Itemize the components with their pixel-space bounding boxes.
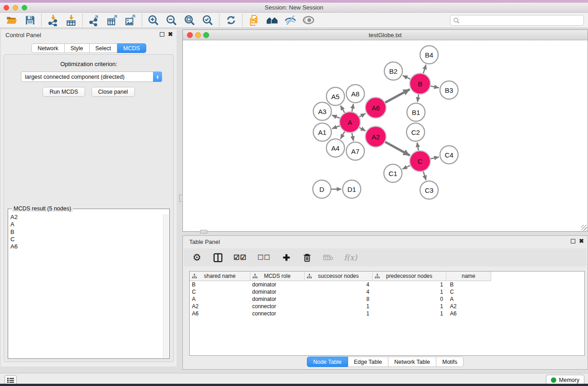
select-all-checkboxes-icon[interactable]: ☑☑ — [234, 252, 247, 263]
graph-edge-B-B2[interactable] — [403, 76, 411, 79]
add-column-icon[interactable]: ✚ — [282, 252, 292, 263]
table-cell: C — [446, 289, 491, 295]
hide-graphics-details-icon[interactable] — [281, 14, 299, 27]
column-header-mcds-role[interactable]: MCDS role — [250, 272, 305, 281]
zoom-in-icon[interactable] — [144, 14, 163, 27]
zoom-out-icon[interactable] — [163, 14, 181, 27]
graph-edge-C-C4[interactable] — [430, 157, 439, 159]
tab-network-table[interactable]: Network Table — [388, 357, 436, 367]
table-row[interactable]: Bdominator41B — [190, 281, 584, 288]
refresh-icon[interactable] — [222, 14, 240, 27]
graph-node-label: C1 — [388, 170, 397, 177]
table-row[interactable]: A6connector11A6 — [190, 310, 584, 317]
splitter-handle[interactable] — [200, 230, 207, 234]
graph-edge-C-C1[interactable] — [402, 165, 411, 169]
column-view-icon[interactable] — [213, 252, 223, 263]
export-table-icon[interactable] — [103, 14, 121, 27]
column-label: successor nodes — [318, 273, 359, 279]
import-table-icon[interactable] — [62, 14, 80, 27]
tab-style[interactable]: Style — [65, 43, 90, 53]
criterion-dropdown[interactable]: largest connected component (directed) ▲… — [21, 71, 162, 82]
graph-edge-A-A3[interactable] — [332, 115, 340, 118]
column-header-predecessor-nodes[interactable]: predecessor nodes — [373, 272, 446, 281]
graph-node-label: C — [418, 157, 423, 165]
toolbar-separator — [219, 14, 220, 27]
duplicate-network-icon[interactable] — [245, 14, 263, 27]
save-session-icon[interactable] — [21, 14, 39, 27]
float-panel-icon[interactable] — [160, 32, 164, 37]
graph-edge-B-B3[interactable] — [430, 86, 439, 88]
graph-edge-A-A6[interactable] — [359, 114, 365, 117]
column-header-shared-name[interactable]: shared name — [190, 272, 250, 281]
splitter-handle[interactable] — [179, 195, 183, 202]
graph-edge-A-A7[interactable] — [352, 133, 354, 141]
cytoscape-window: Session: New Session — [0, 3, 588, 384]
tab-mcds[interactable]: MCDS — [117, 43, 146, 53]
graph-edge-B-B4[interactable] — [423, 65, 426, 74]
settings-gear-icon[interactable]: ⚙ — [192, 252, 202, 263]
table-cell: 8 — [305, 296, 373, 302]
home-icon[interactable] — [263, 14, 281, 27]
result-item[interactable]: A — [8, 221, 163, 228]
result-item[interactable]: B — [8, 229, 163, 236]
table-row[interactable]: Adominator80A — [190, 295, 584, 303]
graph-edge-A6-B[interactable] — [385, 89, 410, 103]
zoom-fit-icon[interactable] — [181, 14, 199, 27]
session-title: Session: New Session — [0, 4, 588, 11]
graph-edge-C-C2[interactable] — [417, 143, 419, 151]
function-builder-icon[interactable]: f(x) — [344, 252, 357, 263]
graph-edge-A-A1[interactable] — [332, 126, 340, 129]
graph-edge-A-A8[interactable] — [352, 104, 353, 112]
deselect-all-checkboxes-icon[interactable]: ☐☐ — [258, 252, 271, 263]
zoom-selected-icon[interactable] — [199, 14, 217, 27]
export-image-icon[interactable] — [121, 14, 139, 27]
window-resize-grip[interactable] — [581, 225, 587, 231]
graph-edge-A-A2[interactable] — [359, 127, 365, 131]
tab-motifs[interactable]: Motifs — [436, 357, 464, 367]
app-titlebar[interactable]: Session: New Session — [0, 3, 588, 13]
tab-edge-table[interactable]: Edge Table — [348, 357, 388, 367]
close-panel-button[interactable]: Close panel — [91, 87, 135, 97]
column-header-name[interactable]: name — [446, 272, 491, 281]
export-network-icon[interactable] — [85, 14, 103, 27]
delete-column-icon[interactable] — [302, 252, 312, 263]
result-scrollbar[interactable] — [163, 214, 169, 358]
table-row[interactable]: A2connector11A2 — [190, 303, 584, 310]
tab-network[interactable]: Network — [31, 43, 65, 53]
table-row[interactable]: Cdominator41C — [190, 288, 584, 295]
mcds-result-list: A2ABCA6 — [8, 214, 163, 358]
search-input[interactable] — [450, 15, 584, 26]
close-panel-icon[interactable]: ✖ — [579, 238, 584, 243]
float-panel-icon[interactable] — [571, 239, 575, 243]
delete-table-icon[interactable] — [323, 252, 333, 263]
run-mcds-button[interactable]: Run MCDS — [43, 87, 85, 97]
open-file-icon[interactable] — [3, 14, 21, 27]
close-panel-icon[interactable]: ✖ — [168, 32, 173, 37]
graph-edge-B-B1[interactable] — [417, 94, 418, 102]
network-canvas[interactable]: AA1A2A3A4A5A6A7A8BB1B2B3B4CC1C2C3C4DD1 — [183, 40, 588, 231]
column-type-icon — [307, 274, 312, 279]
import-network-icon[interactable] — [44, 14, 62, 27]
graph-edge-A-A4[interactable] — [340, 131, 344, 139]
table-cell: connector — [250, 310, 305, 317]
column-header-successor-nodes[interactable]: successor nodes — [305, 272, 373, 281]
mcds-panel: Optimization criterion: largest connecte… — [4, 54, 174, 362]
show-graphics-details-icon[interactable] — [299, 14, 317, 27]
graph-edge-C-C3[interactable] — [423, 171, 426, 180]
graph-node-label: B1 — [412, 109, 420, 116]
table-toolbar: ⚙ ☑☑ ☐☐ ✚ f(x) — [184, 248, 587, 267]
graph-node-label: A2 — [372, 133, 380, 141]
tab-select[interactable]: Select — [90, 43, 118, 53]
graph-node-label: B4 — [425, 51, 433, 59]
dropdown-stepper-icon: ▲▼ — [153, 71, 162, 82]
control-panel-title: Control Panel — [5, 32, 41, 38]
graph-edge-A-A5[interactable] — [340, 105, 344, 113]
result-item[interactable]: A6 — [8, 243, 163, 250]
graph-node-label: A3 — [318, 108, 326, 115]
result-item[interactable]: C — [8, 236, 163, 243]
result-item[interactable]: A2 — [8, 214, 163, 221]
tab-node-table[interactable]: Node Table — [307, 357, 348, 367]
network-window-titlebar[interactable]: testGlobe.txt — [183, 30, 588, 40]
graph-edge-A2-C[interactable] — [385, 142, 410, 155]
memory-status-icon — [551, 377, 556, 383]
